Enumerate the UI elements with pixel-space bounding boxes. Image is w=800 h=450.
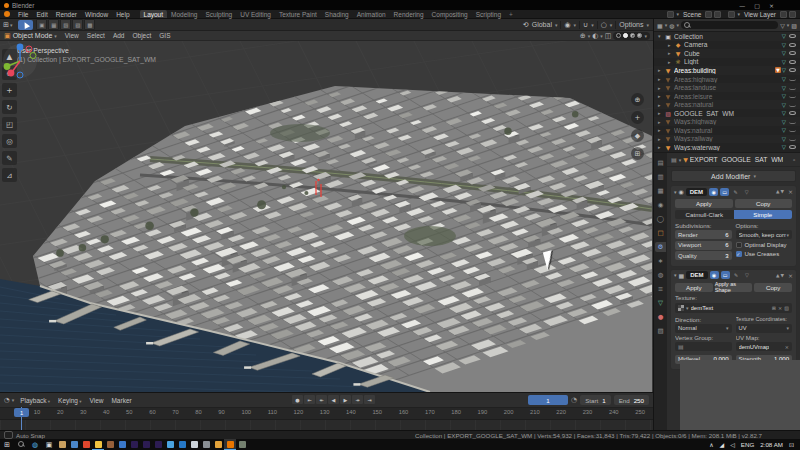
show-overlays-toggle[interactable]: ◐: [592, 32, 598, 40]
view-layer-new-button[interactable]: [780, 11, 787, 18]
workspace-tab[interactable]: Modeling: [167, 10, 201, 18]
view-layer-remove-button[interactable]: [789, 11, 796, 18]
move-down-icon[interactable]: ▼: [781, 273, 784, 278]
language-indicator[interactable]: ENG: [741, 441, 754, 448]
apply-button[interactable]: Apply: [675, 199, 733, 208]
active-tool-select-box[interactable]: [18, 20, 33, 30]
zoom[interactable]: ⊕: [631, 93, 644, 106]
viewport-menu-item[interactable]: GIS: [155, 32, 174, 39]
viewport-visibility-toggle[interactable]: ▭: [720, 188, 729, 196]
minimize-button[interactable]: —: [739, 2, 745, 9]
visibility-toggle[interactable]: [789, 51, 796, 55]
quality-field[interactable]: Quality3: [675, 251, 732, 260]
view-layer-selector[interactable]: View Layer: [742, 11, 778, 18]
frame-end-field[interactable]: End250: [614, 395, 649, 405]
fake-user-icon[interactable]: ⊞: [772, 305, 776, 311]
modifier-name-field[interactable]: DEM: [686, 188, 707, 196]
editor-type-icon[interactable]: ▤: [671, 156, 677, 163]
properties-tab-particles[interactable]: ∗: [655, 256, 666, 266]
outliner-row[interactable]: ▣ Collection: [654, 32, 800, 41]
show-gizmo-toggle[interactable]: ⊕: [580, 32, 586, 40]
taskbar-app-tan[interactable]: [56, 439, 68, 450]
unlink-icon[interactable]: ×: [778, 305, 782, 311]
playhead-frame-badge[interactable]: 1: [14, 408, 29, 417]
taskbar-app-blue2[interactable]: [116, 439, 128, 450]
close-button[interactable]: ×: [769, 2, 774, 9]
annotate[interactable]: ✎: [2, 151, 17, 165]
vertex-group-field[interactable]: ▤: [675, 342, 732, 351]
taskbar-lightroom[interactable]: [140, 439, 152, 450]
viewport-subdivisions-field[interactable]: Viewport6: [675, 241, 732, 250]
wireframe-shading-button[interactable]: [616, 33, 621, 38]
uv-map-field[interactable]: demUVmap×: [736, 342, 793, 351]
edit-mode-toggle[interactable]: ✎: [731, 188, 740, 196]
rotate[interactable]: ↻: [2, 100, 17, 114]
editor-type-button[interactable]: ⊞▾: [0, 21, 15, 29]
material-shading-button[interactable]: [630, 33, 635, 38]
properties-tab-render[interactable]: ▤: [655, 158, 666, 168]
texture-coordinates-dropdown[interactable]: UV▾: [736, 324, 793, 333]
workspace-tab[interactable]: Layout: [140, 10, 168, 18]
volume-icon[interactable]: ◁: [730, 441, 735, 448]
pivot-point-icon[interactable]: ◉: [564, 21, 570, 29]
jump-first[interactable]: ⇤: [304, 395, 315, 404]
copy-button[interactable]: Copy: [735, 199, 793, 208]
taskbar-app-blue[interactable]: [68, 439, 80, 450]
navigation-gizmo[interactable]: [0, 41, 40, 81]
clock[interactable]: 2:08 AM: [760, 441, 783, 448]
apply-button[interactable]: Apply: [675, 283, 713, 292]
visibility-toggle[interactable]: [789, 103, 796, 107]
workspace-tab[interactable]: Shading: [321, 10, 353, 18]
taskbar-phone[interactable]: [188, 439, 200, 450]
filter-dropdown-icon[interactable]: ◍: [669, 22, 674, 29]
display-mode-icon[interactable]: ▦: [657, 22, 663, 29]
collapse-arrow-icon[interactable]: ▾: [674, 272, 677, 278]
taskbar-app-gray[interactable]: [200, 439, 212, 450]
workspace-tab[interactable]: Compositing: [428, 10, 472, 18]
menu-item[interactable]: Window: [81, 11, 112, 18]
taskbar-photoshop[interactable]: [128, 439, 140, 450]
render-visibility-toggle[interactable]: ◉: [710, 271, 719, 279]
browse-texture-icon[interactable]: ▨: [784, 305, 789, 311]
taskbar-app-brown[interactable]: [104, 439, 116, 450]
xray-toggle[interactable]: ◫: [605, 32, 612, 40]
outliner-search-input[interactable]: [681, 21, 778, 29]
collapse-arrow-icon[interactable]: ▾: [674, 189, 677, 195]
delete-modifier-icon[interactable]: ×: [788, 188, 793, 195]
direction-dropdown[interactable]: Normal▾: [675, 324, 732, 333]
viewport-menu-item[interactable]: Add: [109, 32, 129, 39]
scene-selector[interactable]: Scene: [681, 11, 703, 18]
move-up-icon[interactable]: ▲: [776, 189, 779, 194]
visibility-toggle[interactable]: [789, 145, 796, 149]
record[interactable]: ●: [292, 395, 303, 404]
properties-tab-constraints[interactable]: ≡: [655, 284, 666, 294]
solid-shading-button[interactable]: [623, 33, 628, 38]
timeline-editor-icon[interactable]: ◔: [4, 396, 10, 404]
use-creases-checkbox[interactable]: ✓Use Creases: [736, 250, 793, 259]
workspace-tab[interactable]: Animation: [353, 10, 390, 18]
modifier-name-field[interactable]: DEM: [686, 271, 707, 279]
properties-tab-scene[interactable]: ◉: [655, 200, 666, 210]
blender-menu-icon[interactable]: [4, 11, 10, 17]
taskbar-app-skyblue[interactable]: [164, 439, 176, 450]
outliner-row[interactable]: ▨ GOOGLE_SAT_WM: [654, 109, 800, 118]
visibility-toggle[interactable]: [789, 60, 796, 64]
visibility-toggle[interactable]: [789, 43, 796, 47]
cage-toggle[interactable]: ▽: [742, 188, 751, 196]
select-mode-icon[interactable]: ▩: [84, 19, 95, 30]
timeline-ruler[interactable]: 1102030405060708090100110120130140150160…: [0, 408, 653, 420]
menu-item[interactable]: File: [14, 11, 32, 18]
properties-tab-output[interactable]: ▥: [655, 172, 666, 182]
outliner-row[interactable]: ☼ Light: [654, 58, 800, 67]
simple-button[interactable]: Simple: [734, 210, 793, 219]
filter-funnel-icon[interactable]: ▽: [780, 22, 785, 29]
visibility-toggle[interactable]: [789, 120, 796, 124]
copy-button[interactable]: Copy: [754, 283, 792, 292]
timeline-menu-item[interactable]: View: [85, 397, 107, 404]
delete-modifier-icon[interactable]: ×: [788, 272, 793, 279]
select-mode-icon[interactable]: ▧: [60, 19, 71, 30]
properties-tab-physics[interactable]: ◍: [655, 270, 666, 280]
network-icon[interactable]: ◢: [720, 441, 725, 448]
taskbar-browser[interactable]: [176, 439, 188, 450]
visibility-toggle[interactable]: [789, 94, 796, 98]
